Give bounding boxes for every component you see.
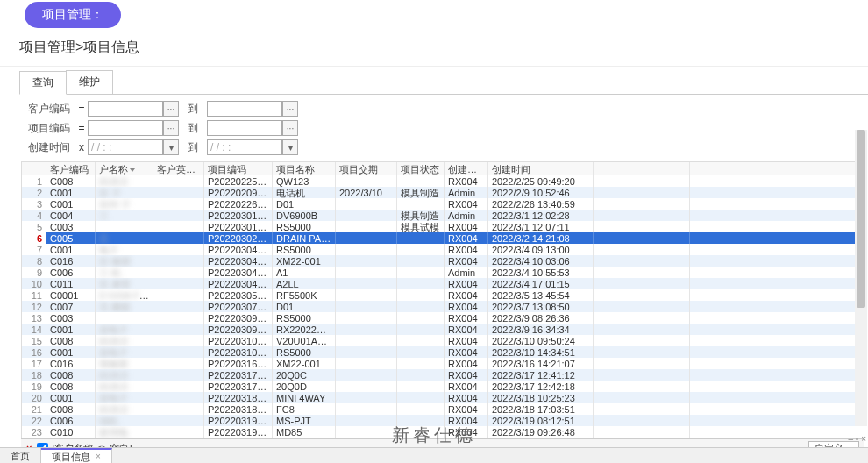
lookup-project-to[interactable]: ··· xyxy=(282,120,298,136)
vertical-scrollbar[interactable] xyxy=(855,130,867,426)
cell: C005 xyxy=(46,232,96,244)
project-mgmt-pill[interactable]: 项目管理： xyxy=(25,2,121,28)
cell: RX004 xyxy=(445,232,488,244)
cell: 2022/3/17 12:42:18 xyxy=(488,381,594,392)
customer-code-from[interactable] xyxy=(88,101,163,117)
row-index: 11 xyxy=(22,289,46,301)
col-header[interactable]: 客户编码 xyxy=(46,162,96,175)
cell: 2022/3/4 10:55:53 xyxy=(488,267,594,278)
table-row[interactable]: 10C011苏 麦普P20220304004A2LLRX0042022/3/4 … xyxy=(22,278,864,289)
col-header[interactable]: 创建时间 xyxy=(488,162,594,175)
project-code-from[interactable] xyxy=(88,120,163,136)
table-row[interactable]: 18C008的清洁P2022031700120Q0CRX0042022/3/17… xyxy=(22,369,864,381)
cell: 2022/3/4 09:13:00 xyxy=(488,244,594,255)
col-header[interactable]: 创建用户 xyxy=(445,162,488,175)
table-row[interactable]: 17C016荣橡塑P20220316001XM22-001RX0042022/3… xyxy=(22,358,864,369)
table-row[interactable]: 8C016苏 橡塑P20220304002XM22-001RX0042022/3… xyxy=(22,255,864,267)
table-row[interactable]: 2C001苏 子P20220209001电话机2022/3/10模具制造Admi… xyxy=(22,187,864,198)
cell: 2022/3/17 12:41:12 xyxy=(488,369,594,381)
cell: 2022/2/25 09:49:20 xyxy=(488,175,594,187)
cell: P20220302001 xyxy=(204,232,273,244)
cell: 电话机 xyxy=(273,187,336,198)
table-row[interactable]: 7C001 电子P20220304001RS5000RX0042022/3/4 … xyxy=(22,244,864,255)
table-row[interactable]: 4C004三P20220301001DV6900B模具制造Admin2022/3… xyxy=(22,210,864,221)
table-row[interactable]: 13C003P20220309001RS5000RX0042022/3/9 08… xyxy=(22,312,864,324)
table-row[interactable]: 9C006三 机P20220304003A1Admin2022/3/4 10:5… xyxy=(22,267,864,278)
date-dd-to[interactable]: ▾ xyxy=(282,139,298,155)
table-row[interactable]: 12C007无 鹏股P20220307001D01RX0042022/3/7 1… xyxy=(22,301,864,312)
col-header[interactable]: 客户英文名 xyxy=(153,162,204,175)
cell: C008 xyxy=(46,403,96,415)
table-row[interactable]: 6C005三P20220302001DRAIN PAN-TCRX0042022/… xyxy=(22,232,864,244)
table-row[interactable]: 1C008的清洁P20220225001QW123RX0042022/2/25 … xyxy=(22,175,864,187)
cell: DRAIN PAN-TC xyxy=(273,232,336,244)
cell xyxy=(153,369,204,381)
tab-maintain[interactable]: 维护 xyxy=(66,70,113,94)
cell: C008 xyxy=(46,335,96,346)
table-row[interactable]: 16C001是电子P20220310002RS5000RX0042022/3/1… xyxy=(22,346,864,358)
cell xyxy=(594,403,690,415)
lookup-customer-from[interactable]: ··· xyxy=(163,101,179,117)
table-row[interactable]: 15C008的清洁P20220310001V20U01ADS3NRX004202… xyxy=(22,335,864,346)
cell xyxy=(336,267,397,278)
cell: C008 xyxy=(46,369,96,381)
cell xyxy=(153,381,204,392)
label-to-1: 到 xyxy=(188,102,198,117)
col-header[interactable]: 项目名称 xyxy=(273,162,336,175)
table-row[interactable]: 11C0001D 533A FIXER CASE-PBAP20220305002… xyxy=(22,289,864,301)
close-tab-icon[interactable]: × xyxy=(96,449,101,464)
row-index: 3 xyxy=(22,198,46,210)
cell xyxy=(594,335,690,346)
cell xyxy=(96,312,153,324)
op-eq2: = xyxy=(75,122,88,134)
lookup-project-from[interactable]: ··· xyxy=(163,120,179,136)
window-min-controls[interactable]: – ▫ × xyxy=(848,434,866,444)
table-row[interactable]: 20C001是电子P20220318001MINI 4WAYRX0042022/… xyxy=(22,392,864,403)
cell: 的清洁 xyxy=(96,175,153,187)
label-create-time: 创建时间 xyxy=(21,140,75,155)
cell: P20220309001 xyxy=(204,312,273,324)
cell: QW123 xyxy=(273,175,336,187)
cell xyxy=(336,301,397,312)
bottom-tab-project-info[interactable]: 项目信息 × xyxy=(41,448,112,463)
col-header[interactable]: 项目状态 xyxy=(397,162,445,175)
cell: 模具制造 xyxy=(397,210,445,221)
cell xyxy=(397,255,445,267)
table-row[interactable]: 3C001苏州 子P20220226003D01RX0042022/2/26 1… xyxy=(22,198,864,210)
cell xyxy=(336,232,397,244)
cell: D01 xyxy=(273,198,336,210)
bottom-tab-home[interactable]: 首页 xyxy=(0,448,41,463)
col-header[interactable]: 项目交期 xyxy=(336,162,397,175)
tab-query[interactable]: 查询 xyxy=(19,71,67,95)
cell xyxy=(397,324,445,335)
col-header[interactable] xyxy=(594,162,690,175)
customer-code-to[interactable] xyxy=(207,101,282,117)
table-row[interactable]: 5C003P20220301002RS5000模具试模RX0042022/3/1… xyxy=(22,221,864,232)
label-to-2: 到 xyxy=(188,121,198,136)
cell: RF5500K xyxy=(273,289,336,301)
bottom-tab-bar: 首页 项目信息 × xyxy=(0,447,868,463)
col-header[interactable]: 户名称 xyxy=(96,162,153,175)
cell: P20220226003 xyxy=(204,198,273,210)
op-eq: = xyxy=(75,103,88,115)
date-dd-from[interactable]: ▾ xyxy=(163,139,179,155)
cell: XM22-001 xyxy=(273,358,336,369)
cell xyxy=(336,324,397,335)
create-time-from[interactable]: / / : : xyxy=(88,139,163,155)
cell: RX004 xyxy=(445,324,488,335)
cell xyxy=(594,346,690,358)
table-row[interactable]: 19C008的清洁P2022031700220Q0DRX0042022/3/17… xyxy=(22,381,864,392)
cell xyxy=(336,278,397,289)
cell xyxy=(153,175,204,187)
table-row[interactable]: 21C008的清洁P20220318002FC8RX0042022/3/18 1… xyxy=(22,403,864,415)
lookup-customer-to[interactable]: ··· xyxy=(282,101,298,117)
col-header[interactable]: 项目编码 xyxy=(204,162,273,175)
create-time-to[interactable]: / / : : xyxy=(207,139,282,155)
row-index: 16 xyxy=(22,346,46,358)
table-row[interactable]: 14C001是电子P20220309002RX22022（脚RX0042022/… xyxy=(22,324,864,335)
label-to-3: 到 xyxy=(188,140,198,155)
cell xyxy=(336,312,397,324)
cell: 2022/3/4 10:03:06 xyxy=(488,255,594,267)
project-code-to[interactable] xyxy=(207,120,282,136)
cell: 2022/3/7 13:08:50 xyxy=(488,301,594,312)
